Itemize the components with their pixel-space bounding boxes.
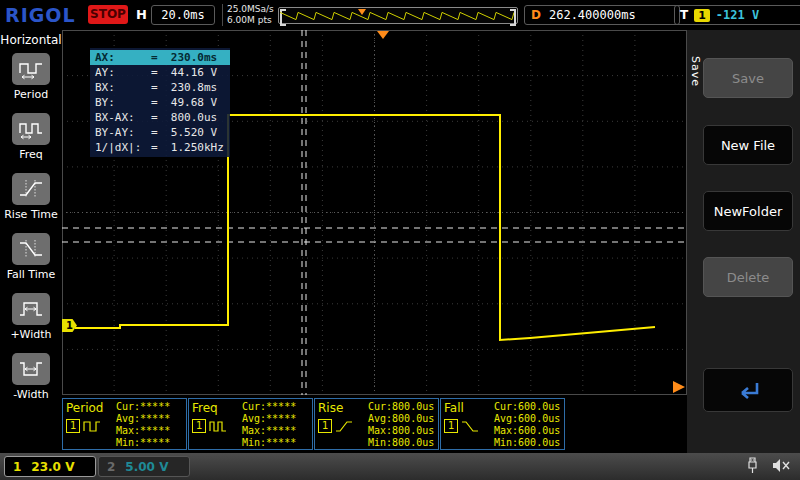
freq-icon bbox=[12, 113, 50, 145]
measurement-avg: Avg:800.0us bbox=[368, 413, 435, 425]
measurement-cur: Cur:800.0us bbox=[368, 401, 435, 413]
measurement-avg: Avg:***** bbox=[242, 413, 309, 425]
channel-1-status[interactable]: 1 23.0 V bbox=[4, 456, 96, 477]
measurement-max: Max:600.0us bbox=[494, 425, 561, 437]
cursor-readout-panel: AX:= 230.0ms AY:= 44.16 V BX:= 230.8ms B… bbox=[90, 48, 230, 157]
status-bar: 1 23.0 V 2 5.00 V bbox=[0, 453, 800, 480]
cursor-row-inv-dx: 1/|dX|:= 1.250kHz bbox=[90, 140, 230, 155]
cursor-row-bx: BX:= 230.8ms bbox=[90, 80, 230, 95]
channel-2-status[interactable]: 2 5.00 V bbox=[98, 456, 190, 477]
sidebar-item-fall-time[interactable]: Fall Time bbox=[7, 233, 56, 281]
fall-wave-icon bbox=[461, 420, 479, 433]
sidebar-item-label: Freq bbox=[19, 148, 43, 161]
measurement-max: Max:800.0us bbox=[368, 425, 435, 437]
measurement-min: Min:***** bbox=[116, 437, 183, 449]
plus-width-icon bbox=[12, 293, 50, 325]
delay-group[interactable]: D 262.400000ms bbox=[524, 5, 680, 25]
status-icons bbox=[745, 457, 790, 474]
sidebar-item-rise-time[interactable]: Rise Time bbox=[4, 173, 58, 221]
memory-depth: 6.00M pts bbox=[227, 15, 279, 26]
trigger-label: T bbox=[680, 8, 688, 22]
save-menu-panel: Save Save New File NewFolder Delete bbox=[687, 30, 800, 453]
minus-width-icon bbox=[12, 353, 50, 385]
new-folder-button[interactable]: NewFolder bbox=[703, 191, 793, 231]
freq-wave-icon bbox=[209, 420, 227, 433]
usb-icon bbox=[745, 457, 760, 474]
return-arrow-icon bbox=[734, 380, 762, 400]
sidebar-item-minus-width[interactable]: -Width bbox=[12, 353, 50, 401]
channel-scale: 5.00 V bbox=[125, 460, 168, 474]
measurement-channel-badge: 1 bbox=[318, 419, 332, 433]
cursor-row-ax: AX:= 230.0ms bbox=[90, 50, 230, 65]
measurement-name: Rise bbox=[318, 401, 368, 415]
channel-scale: 23.0 V bbox=[31, 460, 74, 474]
back-button[interactable] bbox=[703, 368, 793, 412]
sidebar-item-freq[interactable]: Freq bbox=[12, 113, 50, 161]
sidebar-item-label: +Width bbox=[10, 328, 51, 341]
measurement-min: Min:800.0us bbox=[368, 437, 435, 449]
measurement-row: Period 1 Cur:***** Avg:***** Max:***** M… bbox=[62, 395, 687, 453]
save-button[interactable]: Save bbox=[703, 58, 793, 98]
sidebar-item-plus-width[interactable]: +Width bbox=[10, 293, 51, 341]
oscilloscope-screen: RIGOL STOP H 20.0ms 25.0MSa/s 6.00M pts … bbox=[0, 0, 800, 480]
delay-value: 262.400000ms bbox=[549, 8, 636, 22]
sidebar-item-label: -Width bbox=[13, 388, 48, 401]
memory-waveform-preview bbox=[280, 8, 516, 23]
measurement-name: Period bbox=[66, 401, 116, 415]
rise-wave-icon bbox=[335, 420, 353, 433]
trigger-source-badge: 1 bbox=[694, 9, 710, 22]
horizontal-label: H bbox=[136, 7, 147, 22]
measurement-freq[interactable]: Freq 1 Cur:***** Avg:***** Max:***** Min… bbox=[188, 398, 313, 450]
sidebar-item-label: Period bbox=[14, 88, 48, 101]
measurement-channel-badge: 1 bbox=[66, 419, 80, 433]
measurement-cur: Cur:***** bbox=[242, 401, 309, 413]
measurement-max: Max:***** bbox=[116, 425, 183, 437]
measurement-rise[interactable]: Rise 1 Cur:800.0us Avg:800.0us Max:800.0… bbox=[314, 398, 439, 450]
measurement-max: Max:***** bbox=[242, 425, 309, 437]
sidebar-title: Horizontal bbox=[0, 33, 61, 47]
new-file-button[interactable]: New File bbox=[703, 125, 793, 165]
fall-time-icon bbox=[12, 233, 50, 265]
measurement-avg: Avg:600.0us bbox=[494, 413, 561, 425]
rise-time-icon bbox=[12, 173, 50, 205]
period-wave-icon bbox=[83, 420, 101, 433]
trigger-level-value: -121 V bbox=[716, 8, 759, 22]
measurement-min: Min:600.0us bbox=[494, 437, 561, 449]
measurement-cur: Cur:600.0us bbox=[494, 401, 561, 413]
acquisition-info: 25.0MSa/s 6.00M pts bbox=[222, 4, 279, 26]
cursor-row-ay: AY:= 44.16 V bbox=[90, 65, 230, 80]
measurement-min: Min:***** bbox=[242, 437, 309, 449]
cursor-row-bxax: BX-AX:= 800.0us bbox=[90, 110, 230, 125]
measurement-channel-badge: 1 bbox=[192, 419, 206, 433]
rigol-logo: RIGOL bbox=[5, 4, 76, 26]
sidebar-item-label: Rise Time bbox=[4, 208, 58, 221]
period-icon bbox=[12, 53, 50, 85]
delay-label: D bbox=[531, 8, 541, 22]
measurement-cur: Cur:***** bbox=[116, 401, 183, 413]
measurement-name: Fall bbox=[444, 401, 494, 415]
trigger-group[interactable]: T 1 -121 V bbox=[674, 5, 800, 25]
speaker-muted-icon bbox=[772, 458, 790, 473]
cursor-row-byay: BY-AY:= 5.520 V bbox=[90, 125, 230, 140]
channel-number: 2 bbox=[107, 460, 115, 474]
timebase-value[interactable]: 20.0ms bbox=[151, 5, 215, 25]
measure-sidebar: Horizontal Period Freq Rise Time Fall Ti… bbox=[0, 30, 62, 453]
sample-rate: 25.0MSa/s bbox=[227, 4, 279, 15]
measurement-avg: Avg:***** bbox=[116, 413, 183, 425]
run-state-badge[interactable]: STOP bbox=[88, 5, 128, 24]
cursor-row-by: BY:= 49.68 V bbox=[90, 95, 230, 110]
measurement-name: Freq bbox=[192, 401, 242, 415]
measurement-channel-badge: 1 bbox=[444, 419, 458, 433]
menu-tab-save: Save bbox=[689, 56, 702, 87]
delete-button[interactable]: Delete bbox=[703, 257, 793, 297]
measurement-period[interactable]: Period 1 Cur:***** Avg:***** Max:***** M… bbox=[62, 398, 187, 450]
sidebar-item-label: Fall Time bbox=[7, 268, 56, 281]
sidebar-item-period[interactable]: Period bbox=[12, 53, 50, 101]
measurement-fall[interactable]: Fall 1 Cur:600.0us Avg:600.0us Max:600.0… bbox=[440, 398, 565, 450]
top-bar: RIGOL STOP H 20.0ms 25.0MSa/s 6.00M pts … bbox=[0, 0, 800, 30]
memory-position-bar[interactable] bbox=[278, 7, 518, 24]
channel-number: 1 bbox=[13, 460, 21, 474]
waveform-display[interactable]: AX:= 230.0ms AY:= 44.16 V BX:= 230.8ms B… bbox=[62, 30, 687, 395]
